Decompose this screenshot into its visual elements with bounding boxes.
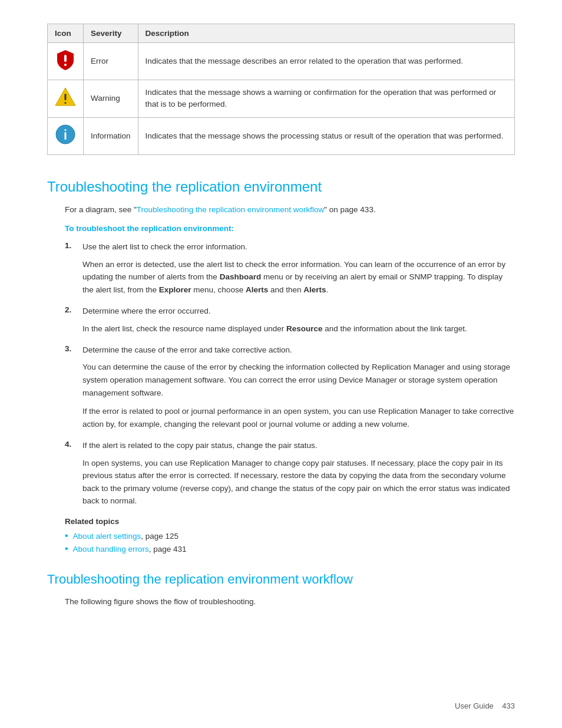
information-severity: Information <box>84 117 138 154</box>
about-handling-errors-link[interactable]: About handling errors <box>73 545 149 554</box>
step-4-number: 4. <box>65 440 82 449</box>
svg-rect-1 <box>64 64 67 66</box>
related-topic-1: About alert settings, page 125 <box>65 531 515 541</box>
svg-rect-7 <box>65 129 67 131</box>
step-3-detail2: If the error is related to pool or journ… <box>82 405 515 430</box>
related-topics-heading: Related topics <box>65 517 515 526</box>
step-3-number: 3. <box>65 344 82 353</box>
section2-intro: The following figure shows the flow of t… <box>65 595 515 608</box>
information-icon <box>55 124 76 145</box>
col-header-icon: Icon <box>48 24 84 43</box>
warning-icon-cell <box>48 80 84 117</box>
col-header-description: Description <box>138 24 514 43</box>
footer-label: User Guide <box>455 701 494 710</box>
error-icon <box>55 49 76 70</box>
workflow-link[interactable]: Troubleshooting the replication environm… <box>137 205 324 214</box>
footer: User Guide 433 <box>455 701 515 710</box>
col-header-severity: Severity <box>84 24 138 43</box>
step-4: 4. If the alert is related to the copy p… <box>65 440 515 508</box>
step-2: 2. Determine where the error occurred. I… <box>65 305 515 335</box>
svg-rect-0 <box>64 55 67 62</box>
footer-page: 433 <box>502 701 515 710</box>
related-topics-list: About alert settings, page 125 About han… <box>65 531 515 554</box>
svg-rect-4 <box>65 102 67 104</box>
related-topic-2: About handling errors, page 431 <box>65 543 515 554</box>
information-icon-cell <box>48 117 84 154</box>
table-row-error: Error Indicates that the message describ… <box>48 43 515 80</box>
step-3-detail1: You can determine the cause of the error… <box>82 361 515 399</box>
information-description: Indicates that the message shows the pro… <box>138 117 514 154</box>
table-row-warning: Warning Indicates that the message shows… <box>48 80 515 117</box>
troubleshoot-subheading[interactable]: To troubleshoot the replication environm… <box>65 224 515 233</box>
error-icon-cell <box>48 43 84 80</box>
error-description: Indicates that the message describes an … <box>138 43 514 80</box>
table-row-information: Information Indicates that the message s… <box>48 117 515 154</box>
step-4-title: If the alert is related to the copy pair… <box>82 441 317 450</box>
section1-heading: Troubleshooting the replication environm… <box>47 179 515 195</box>
intro-page-ref: 433 <box>360 205 373 214</box>
step-3: 3. Determine the cause of the error and … <box>65 344 515 430</box>
svg-rect-6 <box>65 132 67 140</box>
step-4-detail: In open systems, you can use Replication… <box>82 457 515 508</box>
section2-content: The following figure shows the flow of t… <box>65 595 515 608</box>
section2-heading: Troubleshooting the replication environm… <box>47 572 515 587</box>
section1-content: For a diagram, see "Troubleshooting the … <box>65 203 515 554</box>
svg-rect-3 <box>65 94 67 100</box>
warning-severity: Warning <box>84 80 138 117</box>
step-3-title: Determine the cause of the error and tak… <box>82 345 292 354</box>
step-1: 1. Use the alert list to check the error… <box>65 241 515 296</box>
related-topics: Related topics About alert settings, pag… <box>65 517 515 554</box>
step-1-detail: When an error is detected, use the alert… <box>82 258 515 297</box>
related-topic-1-page: , page 125 <box>141 532 178 541</box>
warning-description: Indicates that the message shows a warni… <box>138 80 514 117</box>
step-2-title: Determine where the error occurred. <box>82 307 211 315</box>
related-topic-2-page: , page 431 <box>149 545 187 554</box>
warning-icon <box>55 86 76 107</box>
step-2-number: 2. <box>65 305 82 314</box>
step-1-number: 1. <box>65 241 82 250</box>
step-1-title: Use the alert list to check the error in… <box>82 242 247 251</box>
section1-intro: For a diagram, see "Troubleshooting the … <box>65 203 515 216</box>
error-severity: Error <box>84 43 138 80</box>
about-alert-settings-link[interactable]: About alert settings <box>73 532 141 541</box>
severity-table: Icon Severity Description Error Indicate… <box>47 24 515 155</box>
step-2-detail: In the alert list, check the resource na… <box>82 322 515 335</box>
